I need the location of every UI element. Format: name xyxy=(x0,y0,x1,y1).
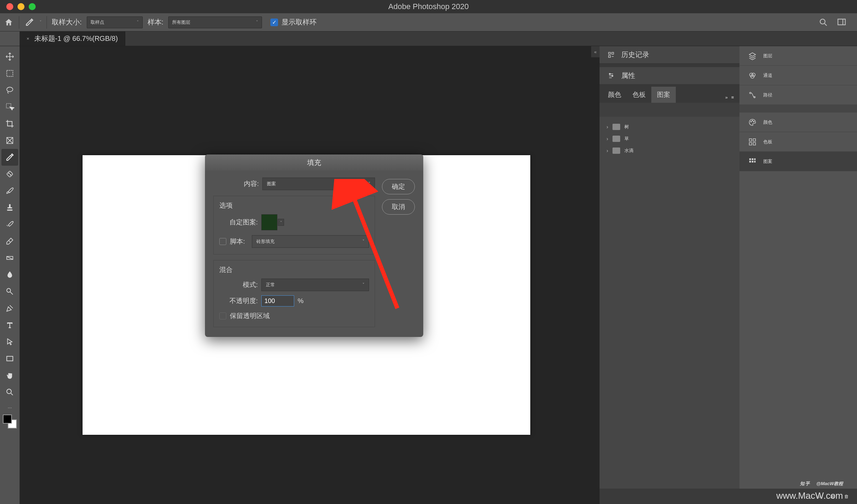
collapse-panels-icon[interactable]: « xyxy=(591,46,600,57)
svg-point-25 xyxy=(752,120,753,121)
svg-rect-33 xyxy=(754,158,756,160)
show-sampling-ring-checkbox[interactable]: ✓ xyxy=(270,19,278,26)
brush-tool[interactable] xyxy=(1,182,18,199)
svg-rect-32 xyxy=(752,158,753,160)
gradient-tool[interactable] xyxy=(1,250,18,266)
pattern-search[interactable] xyxy=(600,103,739,117)
script-checkbox[interactable] xyxy=(219,238,226,245)
tree-item[interactable]: ›草 xyxy=(600,133,739,145)
eyedropper-tool[interactable] xyxy=(1,149,18,166)
preserve-transparency-label: 保留透明区域 xyxy=(230,311,270,321)
panel-menu-icon[interactable]: ≡ xyxy=(731,95,734,100)
workspace-icon[interactable] xyxy=(837,17,847,27)
palette-icon xyxy=(748,118,757,127)
blend-title: 混合 xyxy=(219,265,369,274)
dialog-title: 填充 xyxy=(205,154,423,171)
pattern-thumbnail[interactable]: ˅ xyxy=(261,214,277,230)
percent-label: % xyxy=(298,297,304,305)
opacity-label: 不透明度: xyxy=(219,296,258,305)
window-zoom[interactable] xyxy=(29,3,36,10)
script-value: 砖形填充 xyxy=(256,238,275,245)
svg-rect-11 xyxy=(7,357,13,361)
sample-select[interactable]: 所有图层 ˅ xyxy=(168,16,262,28)
svg-point-7 xyxy=(9,173,9,174)
mode-value: 正常 xyxy=(266,282,275,288)
sample-size-select[interactable]: 取样点 ˅ xyxy=(87,16,143,28)
pattern-tree: ›树 ›草 ›水滴 ▭ ⊞ 🗑 xyxy=(600,117,739,504)
svg-rect-15 xyxy=(612,52,614,54)
folder-icon xyxy=(612,147,620,154)
window-close[interactable] xyxy=(6,3,13,10)
svg-point-26 xyxy=(753,121,754,122)
toolbox-more-icon[interactable]: ⋯ xyxy=(8,405,12,410)
opacity-input[interactable] xyxy=(261,295,294,307)
tree-item[interactable]: ›水滴 xyxy=(600,145,739,157)
canvas-area[interactable]: 填充 内容: 图案 ˅ 选项 自定图案: xyxy=(20,46,600,504)
frame-tool[interactable] xyxy=(1,132,18,149)
mode-select[interactable]: 正常 ˅ xyxy=(261,279,369,291)
svg-rect-34 xyxy=(749,161,751,163)
search-icon[interactable] xyxy=(819,17,828,27)
dodge-tool[interactable] xyxy=(1,283,18,300)
patterns-panel-btn[interactable]: 图案 xyxy=(739,152,857,171)
svg-point-8 xyxy=(10,174,11,175)
ok-button[interactable]: 确定 xyxy=(382,179,415,194)
content-select[interactable]: 图案 ˅ xyxy=(262,178,375,190)
tree-item[interactable]: ›树 xyxy=(600,121,739,133)
object-select-tool[interactable] xyxy=(1,99,18,115)
options-title: 选项 xyxy=(219,201,369,210)
svg-rect-28 xyxy=(753,139,756,141)
home-icon[interactable] xyxy=(3,17,14,28)
close-tab-icon[interactable]: × xyxy=(27,36,29,41)
script-select: 砖形填充 ˅ xyxy=(252,235,369,248)
rectangle-tool[interactable] xyxy=(1,350,18,367)
patterns-icon xyxy=(748,157,757,166)
stamp-tool[interactable] xyxy=(1,199,18,216)
panel-label: 图案 xyxy=(763,158,772,165)
eraser-tool[interactable] xyxy=(1,233,18,250)
sample-size-value: 取样点 xyxy=(91,19,104,26)
tree-label: 树 xyxy=(624,124,629,130)
trash-icon[interactable]: 🗑 xyxy=(844,494,849,499)
panel-label: 路径 xyxy=(763,92,772,98)
type-tool[interactable] xyxy=(1,317,18,333)
path-select-tool[interactable] xyxy=(1,333,18,350)
color-panel-btn[interactable]: 颜色 xyxy=(739,113,857,132)
panel-label: 通道 xyxy=(763,72,772,79)
document-tab[interactable]: × 未标题-1 @ 66.7%(RGB/8) xyxy=(20,31,125,46)
tool-chevron-icon[interactable]: ˅ xyxy=(40,20,42,25)
eyedropper-tool-icon[interactable] xyxy=(24,17,35,28)
svg-rect-6 xyxy=(7,171,13,177)
marquee-tool[interactable] xyxy=(1,65,18,82)
swatches-icon xyxy=(748,137,757,146)
history-panel-header[interactable]: 历史记录 xyxy=(600,46,739,64)
swatches-panel-btn[interactable]: 色板 xyxy=(739,132,857,152)
expand-icon[interactable]: » xyxy=(725,95,728,100)
lasso-tool[interactable] xyxy=(1,82,18,99)
pattern-dropdown-icon[interactable]: ˅ xyxy=(278,219,284,226)
channels-panel-btn[interactable]: 通道 xyxy=(739,66,857,85)
tab-color[interactable]: 颜色 xyxy=(602,87,627,103)
paths-panel-btn[interactable]: 路径 xyxy=(739,85,857,105)
svg-rect-35 xyxy=(752,161,753,163)
tree-label: 水滴 xyxy=(624,147,633,154)
pen-tool[interactable] xyxy=(1,300,18,317)
history-brush-tool[interactable] xyxy=(1,216,18,233)
blur-tool[interactable] xyxy=(1,266,18,283)
panel-label: 图层 xyxy=(763,53,772,59)
window-minimize[interactable] xyxy=(17,3,24,10)
move-tool[interactable] xyxy=(1,48,18,65)
svg-rect-16 xyxy=(609,55,611,57)
tab-patterns[interactable]: 图案 xyxy=(651,87,676,103)
layers-panel-btn[interactable]: 图层 xyxy=(739,46,857,66)
crop-tool[interactable] xyxy=(1,115,18,132)
tab-swatches[interactable]: 色板 xyxy=(627,87,651,103)
properties-panel-header[interactable]: 属性 xyxy=(600,67,739,85)
toolbox: ⋯ xyxy=(0,46,20,504)
color-swatch[interactable] xyxy=(3,415,17,429)
healing-tool[interactable] xyxy=(1,166,18,182)
cancel-button[interactable]: 取消 xyxy=(382,199,415,215)
zoom-tool[interactable] xyxy=(1,384,18,401)
hand-tool[interactable] xyxy=(1,367,18,384)
custom-pattern-label: 自定图案: xyxy=(219,218,258,227)
